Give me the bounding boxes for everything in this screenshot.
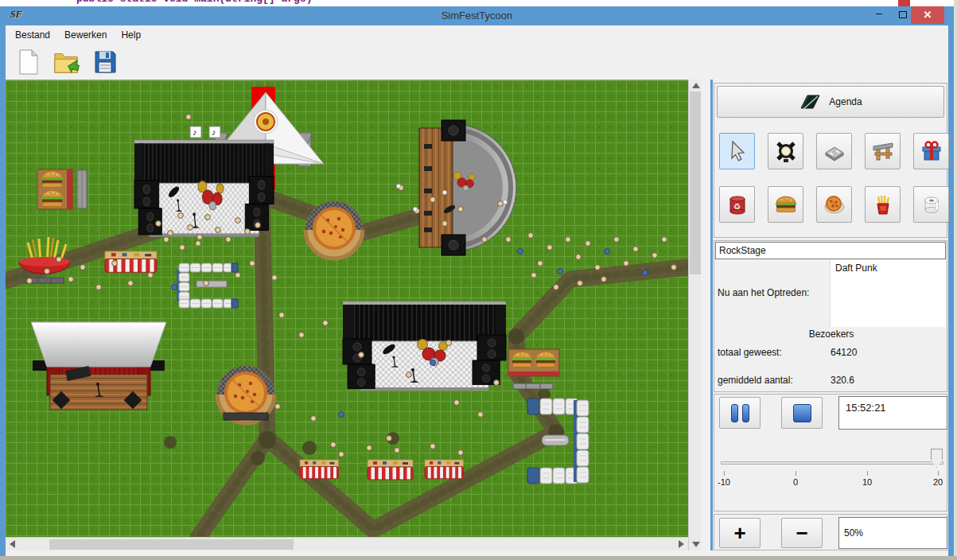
striped-stall-1[interactable] (300, 460, 338, 479)
festival-map-canvas[interactable]: ♪ ♪ (6, 80, 688, 538)
festival-map-viewport[interactable]: ♪ ♪ (6, 80, 688, 537)
new-document-button[interactable] (15, 48, 42, 76)
pizza-icon (823, 192, 846, 216)
visitor-dot (279, 313, 285, 318)
horizontal-scroll-thumb[interactable] (49, 539, 294, 550)
open-file-button[interactable] (53, 48, 80, 76)
pause-button[interactable] (719, 397, 761, 429)
background-right-sliver (954, 0, 957, 560)
visitor-dot (652, 253, 658, 259)
speed-slider-track[interactable] (721, 461, 943, 465)
agenda-button[interactable]: Agenda (717, 86, 944, 118)
tool-gift[interactable] (913, 133, 949, 169)
main-stage[interactable] (343, 301, 506, 391)
visitor-dot (359, 352, 364, 358)
visitor-dot (235, 273, 241, 278)
pizza-stand-top[interactable] (305, 201, 363, 259)
visitor-dot (27, 278, 33, 284)
slider-label-0: 0 (780, 477, 811, 487)
visitor-dot (331, 442, 337, 448)
visitor-dot (482, 237, 488, 243)
visitor-dot (566, 237, 571, 243)
visitor-dot (407, 372, 412, 378)
visitor-dot (339, 412, 344, 418)
zoom-level-input[interactable] (838, 517, 947, 549)
scroll-down-arrow[interactable] (692, 542, 700, 547)
scroll-up-arrow[interactable] (692, 83, 700, 88)
save-floppy-icon (94, 50, 116, 74)
scroll-right-arrow[interactable] (679, 540, 684, 548)
burger-stand-left[interactable] (37, 169, 87, 209)
stop-button[interactable] (781, 397, 823, 429)
tool-spotlight[interactable] (768, 133, 803, 169)
striped-stall-3[interactable] (425, 460, 463, 479)
visitor-dot (180, 245, 185, 251)
menu-bestand[interactable]: Bestand (15, 29, 50, 41)
hamburger-icon (774, 192, 798, 216)
visitor-dot (196, 241, 201, 247)
minimize-button[interactable]: – (867, 6, 891, 24)
background-ide-sliver: public static void main(String[] args) (0, 0, 957, 6)
striped-stall-2[interactable] (368, 460, 413, 480)
now-performing-box: Daft Punk (830, 260, 946, 327)
visitor-dot (498, 201, 504, 207)
average-visitors-label: gemiddeld aantal: (718, 375, 793, 386)
map-vertical-scrollbar[interactable] (688, 80, 701, 550)
save-button[interactable] (91, 48, 119, 76)
tool-fries[interactable] (865, 186, 901, 223)
visitor-dot (275, 404, 281, 410)
pizza-stand-bottom[interactable] (217, 366, 274, 423)
scroll-left-arrow[interactable] (10, 540, 15, 548)
visitor-dot (478, 412, 484, 418)
red-stage[interactable] (31, 322, 166, 410)
road-tile-icon (823, 139, 846, 163)
visitor-dot (112, 261, 118, 266)
slider-label-neg10: -10 (708, 477, 740, 487)
tool-select-cursor[interactable] (719, 133, 755, 169)
cursor-icon (726, 139, 749, 163)
visitor-dot (128, 281, 134, 286)
visitors-header: Bezoekers (714, 329, 948, 340)
visitor-dot (216, 228, 221, 233)
tool-hamburger[interactable] (768, 186, 803, 223)
entrance-gate-icon (871, 139, 895, 163)
total-visitors-label: totaal geweest: (718, 347, 782, 358)
visitor-dot (454, 400, 460, 406)
visitor-dot (235, 218, 241, 224)
svg-text:♪: ♪ (193, 127, 197, 137)
background-code-line: public static void main(String[] args) (76, 0, 312, 5)
tool-toilet-paper[interactable] (913, 186, 949, 223)
visitor-dot (323, 321, 329, 326)
tool-entrance-gate[interactable] (865, 133, 901, 169)
rock-stage[interactable] (134, 140, 274, 237)
tool-pizza[interactable] (816, 186, 852, 223)
slider-tick (724, 471, 725, 476)
speed-slider-thumb[interactable] (931, 449, 943, 468)
slider-tick (796, 471, 796, 476)
visitor-dot (430, 197, 436, 203)
close-button[interactable]: ✕ (911, 6, 944, 24)
tool-road-tile[interactable] (816, 133, 852, 169)
visitor-dot (662, 237, 667, 243)
visitor-dot (605, 249, 610, 255)
map-horizontal-scrollbar[interactable] (6, 537, 688, 550)
vertical-scroll-thumb[interactable] (690, 91, 701, 274)
visitor-dot (339, 452, 344, 457)
tool-trash-can[interactable]: ♻ (719, 186, 755, 223)
title-bar[interactable]: SF SimFestTycoon – ✕ (6, 6, 948, 25)
menu-help[interactable]: Help (121, 29, 141, 41)
visitor-dot (387, 436, 392, 441)
zoom-in-button[interactable]: + (719, 518, 761, 548)
slider-label-20: 20 (922, 477, 954, 487)
visitor-dot (413, 207, 417, 211)
zoom-group: + − (714, 514, 947, 550)
burger-stand-right[interactable] (508, 349, 559, 389)
window-title: SimFestTycoon (6, 10, 948, 21)
zoom-out-button[interactable]: − (781, 518, 823, 548)
visitor-dot (250, 261, 255, 266)
visitor-dot (528, 233, 534, 239)
visitor-dot (299, 332, 305, 338)
stage-name-input[interactable] (715, 242, 946, 259)
menu-bewerken[interactable]: Bewerken (64, 29, 107, 41)
visitor-dot (576, 255, 582, 260)
